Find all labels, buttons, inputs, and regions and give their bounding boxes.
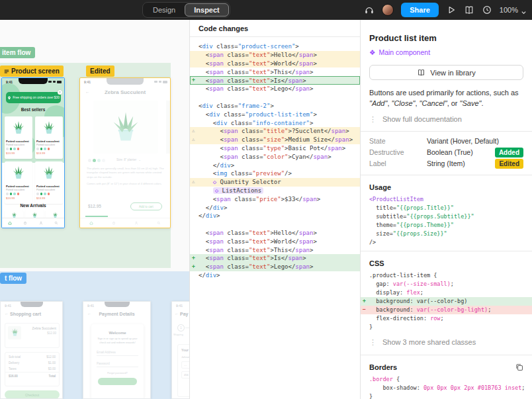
props-table: State Variant (Hover, Default) Destructi… xyxy=(361,132,532,175)
code-line: ⚠ <span class="size">Medium Size</span> xyxy=(190,136,360,144)
product-title: Zebra Succulent xyxy=(80,89,170,95)
code-line: <span class="text">This</span> xyxy=(190,245,360,254)
color-dots xyxy=(36,148,62,150)
zoom-control[interactable]: 100% xyxy=(500,6,527,14)
cart-summary: Sub-total$12.00 Delivery$1.00 Taxes$3.00… xyxy=(5,352,60,386)
code-line: </div> xyxy=(190,212,360,220)
cart-icon xyxy=(23,221,27,225)
view-in-library-button[interactable]: View in library xyxy=(369,65,523,80)
code-line: + <span class="text">Lego</span> xyxy=(190,263,360,271)
component-icon: ❖ xyxy=(369,48,375,56)
code-line: ◇ ListActions xyxy=(190,187,360,195)
code-line: gap: var(--size-small); xyxy=(361,280,532,288)
welcome-subtext: Sign in or sign up to speed up your chec… xyxy=(97,337,138,345)
phone-edited[interactable]: 9:41 ← Zebra Succulent Size: 8" planter … xyxy=(79,77,171,228)
avatar[interactable] xyxy=(382,4,394,16)
code-line: ⚠ ◇ Quantity Selector xyxy=(190,178,360,187)
usage-code: <ProductListItem title="{{props.Title}}"… xyxy=(361,191,532,251)
tab-inspect[interactable]: Inspect xyxy=(185,3,229,17)
code-line: <span class="text">Hello</span> xyxy=(190,51,360,60)
present-play-icon[interactable] xyxy=(446,5,457,15)
library-book-icon[interactable] xyxy=(464,5,474,15)
color-dots xyxy=(6,148,31,150)
payment-card: Your paym Johnat .... 456 xyxy=(177,344,190,397)
frame-label-product-screen[interactable]: Product screen xyxy=(0,66,64,77)
prop-row-label: Label String (Item) Edited xyxy=(369,158,523,169)
color-dots xyxy=(36,193,62,195)
code-line: display: flex; xyxy=(361,288,532,297)
code-line: + <span class="text">Is</span> xyxy=(190,76,360,85)
price: $12.95 xyxy=(88,204,101,208)
phone-notch xyxy=(19,78,48,84)
succulent-image xyxy=(11,119,26,138)
expander-dots-icon: ⋮ xyxy=(369,338,377,347)
code-line: title="{{props.Title}}" xyxy=(361,204,532,212)
shop-icon xyxy=(8,221,12,225)
tab-design[interactable]: Design xyxy=(144,3,185,17)
product-card: Potted succulent Potted succulent $13.99 xyxy=(5,116,32,159)
status-badge-edited: Edited xyxy=(495,159,523,169)
borders-section-title: Borders xyxy=(369,363,397,371)
succulent-image xyxy=(41,119,57,138)
book-icon xyxy=(417,68,425,77)
product-card: Potted succulent Potted succulent $13.99 xyxy=(5,161,32,204)
code-line: ⚠ <span class="title">?Succlent</span> xyxy=(190,127,360,136)
code-line: + <span class="text">Is</span> xyxy=(190,254,360,263)
phone-notch xyxy=(21,302,43,307)
code-line: flex-direction: row; xyxy=(361,314,532,323)
status-time: 9:41 xyxy=(5,304,11,308)
phone-payment-details[interactable]: 9:41 ← Payment Details Welcome Sign in o… xyxy=(83,301,151,399)
code-line: <span class="text">This</span> xyxy=(190,67,360,76)
code-line: + background: var(--color-bg) xyxy=(361,297,532,306)
free-shipping-banner: Free shipping on orders over $30 × xyxy=(6,92,61,103)
flow-label-item-flow[interactable]: item flow xyxy=(0,47,35,58)
faded-content: 9:41 ← Pay 1 Shipping Your paym Johnat .… xyxy=(172,302,190,398)
banner-close-icon: × xyxy=(58,90,62,95)
code-line: <span class="color">Cyan</span> xyxy=(190,152,360,161)
headphones-icon[interactable] xyxy=(364,5,375,15)
main-component-link[interactable]: ❖ Main component xyxy=(369,48,523,56)
share-button[interactable]: Share xyxy=(401,3,439,17)
cart-item: Zebra Succulent $12.00 xyxy=(5,323,60,348)
pay-title: Pay xyxy=(180,312,188,316)
phone-notch xyxy=(105,302,130,307)
show-full-documentation[interactable]: ⋮ Show full documentation xyxy=(369,115,523,124)
show-more-shared-classes[interactable]: ⋮ Show 3 more shared classes xyxy=(369,338,523,347)
back-icon: ← xyxy=(5,312,9,316)
status-badge-added: Added xyxy=(495,148,523,157)
phone-product-screen[interactable]: 9:41 Free shipping on orders over $30 × … xyxy=(1,77,65,228)
faded-content: 9:41 ← Payment Details Welcome Sign in o… xyxy=(83,302,150,398)
color-dots xyxy=(88,159,105,162)
code-line: .border { xyxy=(361,375,532,384)
chevron-down-icon xyxy=(521,7,527,13)
code-line: <span class="text">Lego</span> xyxy=(190,85,360,93)
code-line: subtitle="{{props.Subtitle}}" xyxy=(361,212,532,221)
expander-dots-icon: ⋮ xyxy=(369,115,377,124)
code-line: − background: var(--color-bg-light); xyxy=(361,306,532,314)
code-line: <span class="price">$33</span> xyxy=(190,195,360,203)
code-line xyxy=(190,93,360,102)
phone-shopping-cart[interactable]: 9:41 ← Shopping cart Zebra Succulent $12… xyxy=(0,301,63,399)
best-sellers-heading: Best sellers xyxy=(2,107,64,112)
frame-label-edited[interactable]: Edited xyxy=(86,66,114,77)
flow-label-checkout-flow[interactable]: t flow xyxy=(0,273,26,284)
flow-icon xyxy=(4,69,9,74)
faded-content: 9:41 ← Shopping cart Zebra Succulent $12… xyxy=(1,302,62,398)
code-line: /> xyxy=(361,238,532,247)
email-field: Email Address xyxy=(97,351,138,356)
new-arrivals-heading: New Arrivals xyxy=(2,203,64,208)
canvas[interactable]: item flow t flow Product screen Edited 9… xyxy=(0,20,190,399)
prop-row-state: State Variant (Hover, Default) xyxy=(369,136,523,147)
phone-pay-clipped[interactable]: 9:41 ← Pay 1 Shipping Your paym Johnat .… xyxy=(171,301,190,399)
code-line: <div class="product-screen"> xyxy=(190,42,360,51)
divider xyxy=(361,175,532,175)
status-icons xyxy=(48,81,62,83)
code-line: <div class="product-list-item"> xyxy=(190,110,360,118)
phone-notch xyxy=(107,78,144,85)
copy-icon[interactable] xyxy=(515,363,523,371)
version-history-icon[interactable] xyxy=(482,5,492,15)
code-line: <span class="type">Basic Pot</span> xyxy=(190,144,360,153)
toolbar: Design Inspect Share 100% xyxy=(0,0,532,20)
bottom-nav: Shop Cart Profile Search xyxy=(2,218,64,228)
borders-code: .border { box-shadow: 0px 0px 0px 2px #0… xyxy=(361,371,532,399)
